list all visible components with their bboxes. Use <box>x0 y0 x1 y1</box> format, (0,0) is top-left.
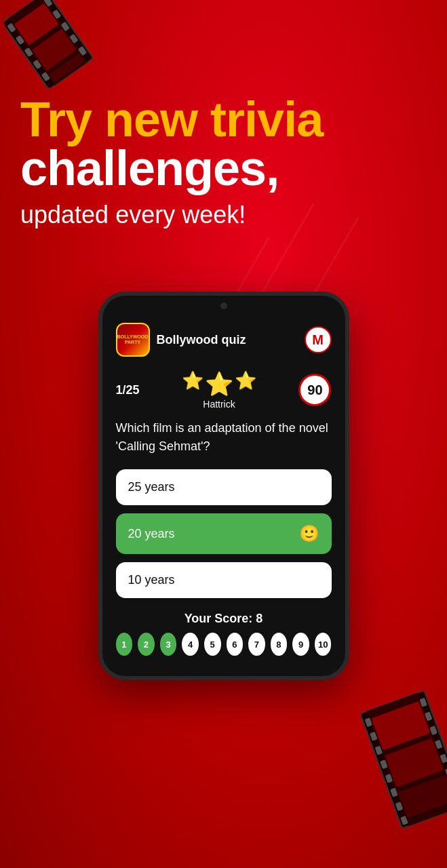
smiley-icon: 🙂 <box>299 524 319 543</box>
app-title: Bollywood quiz <box>157 333 298 347</box>
star-2: ⭐ <box>205 370 233 397</box>
dot-6[interactable]: 6 <box>227 633 244 656</box>
dot-2[interactable]: 2 <box>138 633 155 656</box>
app-icon: BOLLYWOODPARTY <box>116 323 150 357</box>
dot-3[interactable]: 3 <box>160 633 177 656</box>
phone-notch <box>102 296 345 316</box>
answer-option-2[interactable]: 20 years 🙂 <box>116 513 332 554</box>
score-row: 1/25 ⭐ ⭐ ⭐ Hattrick 90 <box>116 370 332 410</box>
avatar: M <box>305 326 332 353</box>
dot-8[interactable]: 8 <box>271 633 288 656</box>
phone-camera <box>220 302 227 309</box>
phone-wrapper: BOLLYWOODPARTY Bollywood quiz M 1/25 ⭐ ⭐… <box>98 292 349 680</box>
score-section: Your Score: 8 <box>116 612 332 626</box>
answer-option-3[interactable]: 10 years <box>116 562 332 598</box>
answer-option-1-text: 25 years <box>128 480 175 494</box>
dot-4[interactable]: 4 <box>182 633 199 656</box>
your-score-label: Your Score: 8 <box>116 612 332 626</box>
header-line1: Try new trivia <box>20 95 323 144</box>
question-count: 1/25 <box>116 383 140 397</box>
star-3: ⭐ <box>235 370 256 397</box>
progress-dots: 1 2 3 4 5 6 7 8 9 10 <box>116 633 332 663</box>
dot-5[interactable]: 5 <box>204 633 221 656</box>
header-line2: challenges, <box>20 144 323 193</box>
header-line3: updated every week! <box>20 198 323 232</box>
answer-option-3-text: 10 years <box>128 573 175 587</box>
app-header: BOLLYWOODPARTY Bollywood quiz M <box>116 323 332 357</box>
answer-option-1[interactable]: 25 years <box>116 469 332 505</box>
answer-option-2-text: 20 years <box>128 527 175 541</box>
app-content: BOLLYWOODPARTY Bollywood quiz M 1/25 ⭐ ⭐… <box>102 316 345 676</box>
stars-area: ⭐ ⭐ ⭐ Hattrick <box>182 370 256 410</box>
header-section: Try new trivia challenges, updated every… <box>20 95 323 232</box>
dot-7[interactable]: 7 <box>248 633 265 656</box>
timer: 90 <box>298 374 331 406</box>
dot-10[interactable]: 10 <box>315 633 332 656</box>
phone: BOLLYWOODPARTY Bollywood quiz M 1/25 ⭐ ⭐… <box>98 292 349 680</box>
question-text: Which film is an adaptation of the novel… <box>116 419 332 456</box>
stars: ⭐ ⭐ ⭐ <box>182 370 256 397</box>
hattrick-label: Hattrick <box>203 399 235 410</box>
dot-1[interactable]: 1 <box>116 633 133 656</box>
dot-9[interactable]: 9 <box>292 633 309 656</box>
star-1: ⭐ <box>182 370 203 397</box>
